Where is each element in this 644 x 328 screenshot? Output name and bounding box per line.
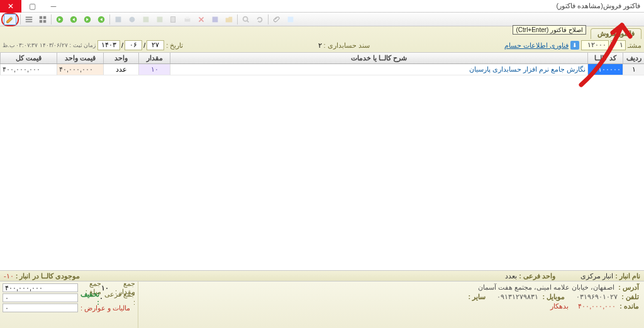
download-icon[interactable]: ⬇: [570, 41, 579, 50]
export-button[interactable]: [284, 14, 297, 25]
tool-d-button[interactable]: [153, 14, 166, 25]
customer-no-input[interactable]: ۱۲۰۰۰: [581, 40, 609, 50]
stock-label: موجودی کالــا در انبار :: [16, 272, 80, 280]
svg-rect-3: [40, 16, 42, 18]
cell-code[interactable]: ۱۰۰۰۰۰: [587, 64, 623, 75]
stock-value: ۱۰-: [4, 272, 14, 280]
cell-name[interactable]: نگارش جامع نرم افزار حسابداری پارسیان: [170, 64, 587, 75]
tool-b-button[interactable]: [126, 14, 138, 25]
tool-a-button[interactable]: [112, 14, 125, 25]
col-qty: مقدار: [138, 53, 170, 63]
svg-rect-5: [40, 19, 42, 22]
subsum-value: ۰: [99, 294, 103, 302]
cell-unit: عدد: [103, 64, 138, 75]
col-name: شرح کالــا یا خدمات: [170, 53, 587, 63]
warehouse-value: انبار مرکزی: [580, 272, 613, 280]
customer-name-link[interactable]: فناوری اطلاعات حسام: [504, 41, 569, 50]
mob-value: ۰۹۱۳۱۲۷۹۸۳۱: [497, 293, 538, 301]
maximize-button[interactable]: ▢: [21, 0, 43, 13]
minimize-button[interactable]: ─: [43, 0, 64, 13]
svg-rect-4: [43, 16, 46, 18]
toolbar: [0, 13, 644, 26]
balance-side: بدهکار: [550, 302, 569, 310]
grid-button[interactable]: [36, 14, 49, 25]
table-body: ۱ ۱۰۰۰۰۰ نگارش جامع نرم افزار حسابداری پ…: [0, 64, 644, 270]
cell-row: ۱: [623, 64, 644, 75]
table-row[interactable]: ۱ ۱۰۰۰۰۰ نگارش جامع نرم افزار حسابداری پ…: [0, 64, 644, 75]
customer-label: مشتـ: [628, 41, 641, 50]
close-button[interactable]: ✕: [0, 0, 21, 13]
totals-panel: جمع مقدار :۱۰جمع مبلغ : جمع فرعی :۰تخفیف…: [0, 282, 138, 328]
sumamt-input[interactable]: [3, 283, 78, 292]
svg-point-19: [243, 16, 248, 21]
balance-label: مانده :: [619, 302, 639, 310]
svg-rect-14: [157, 16, 163, 22]
svg-rect-15: [171, 16, 175, 22]
window-title: فاکتور فروش(مشاهده فاکتور): [64, 2, 644, 10]
discount-input[interactable]: [3, 293, 78, 302]
edit-tooltip: اصلاح فاکتور (Ctrl+Enter): [513, 25, 586, 35]
nav-last-button[interactable]: [53, 14, 66, 25]
nav-next-button[interactable]: [67, 14, 80, 25]
addr-value: اصفهان، خیابان علامه امینی، مجتمع هفت آس…: [478, 283, 614, 292]
edit-invoice-button[interactable]: [4, 14, 16, 25]
subunit-label: واحد فرعی :: [519, 272, 555, 280]
svg-rect-0: [26, 16, 33, 18]
date-year[interactable]: ۱۴۰۳: [97, 40, 120, 50]
cell-total: ۴۰۰,۰۰۰,۰۰۰: [0, 64, 57, 75]
subunit-value: بعدد: [505, 272, 517, 280]
mob-label: موبایل :: [542, 293, 565, 301]
col-code: کد کالــا: [587, 53, 623, 63]
svg-rect-1: [26, 19, 33, 20]
timestamp-label: زمان ثبت :: [70, 42, 96, 48]
date-label: تاریخ :: [166, 41, 183, 50]
svg-rect-18: [213, 16, 218, 22]
table-header: ردیف کد کالــا شرح کالــا یا خدمات مقدار…: [0, 53, 644, 64]
tel-label: تلفن :: [621, 293, 639, 301]
tool-c-button[interactable]: [140, 14, 152, 25]
timestamp-value: ۱۴۰۳/۰۶/۲۷ ۰۳:۰۷:۳۷ ب.ظ: [3, 42, 68, 48]
copy-button[interactable]: [167, 14, 180, 25]
svg-rect-20: [288, 16, 294, 22]
titlebar: ─ ▢ ✕ فاکتور فروش(مشاهده فاکتور): [0, 0, 644, 13]
svg-rect-2: [26, 21, 33, 22]
balance-value: ۴۰۰,۰۰۰,۰۰۰: [578, 302, 616, 310]
attach-button[interactable]: [270, 14, 283, 25]
col-unit: واحد: [103, 53, 138, 63]
refresh-button[interactable]: [253, 14, 266, 25]
footer: نام انبار : انبار مرکزی واحد فرعی : بعدد…: [0, 270, 644, 328]
print-button[interactable]: [181, 14, 194, 25]
date-month[interactable]: ۰۶: [125, 40, 142, 50]
list-button[interactable]: [23, 14, 35, 25]
tax-label: مالیات و عوارض :: [80, 304, 130, 312]
customer-code-input[interactable]: ۱: [611, 40, 626, 50]
open-button[interactable]: [223, 14, 235, 25]
sanad-value: ۲: [318, 41, 322, 50]
delete-button[interactable]: [195, 14, 208, 25]
svg-rect-6: [43, 19, 46, 22]
addr-label: آدرس :: [618, 283, 639, 292]
tax-input[interactable]: [3, 303, 78, 312]
other-label: سایر :: [469, 293, 486, 301]
svg-rect-11: [116, 16, 121, 22]
warehouse-label: نام انبار :: [615, 272, 640, 280]
item-name-link[interactable]: نگارش جامع نرم افزار حسابداری پارسیان: [469, 65, 586, 74]
tel-value: ۰۳۱۹۶۹۰۱۰۲۷: [576, 293, 618, 301]
customer-info: آدرس :اصفهان، خیابان علامه امینی، مجتمع …: [434, 282, 644, 328]
find-button[interactable]: [240, 14, 252, 25]
nav-first-button[interactable]: [95, 14, 108, 25]
svg-rect-17: [186, 16, 189, 19]
col-total: قیمت کل: [0, 53, 57, 63]
col-row: ردیف: [623, 53, 644, 63]
invoice-tab[interactable]: فاکتور فروش: [591, 28, 641, 39]
svg-rect-13: [143, 16, 149, 22]
nav-prev-button[interactable]: [81, 14, 94, 25]
date-day[interactable]: ۲۷: [147, 40, 164, 50]
header-bar: اصلاح فاکتور (Ctrl+Enter) فاکتور فروش مش…: [0, 26, 644, 53]
cell-qty[interactable]: ۱۰: [138, 64, 170, 75]
save-button[interactable]: [209, 14, 221, 25]
svg-point-12: [130, 16, 135, 22]
col-uprice: قیمت واحد: [57, 53, 103, 63]
sanad-label: سند حسابداری :: [324, 41, 370, 50]
cell-uprice[interactable]: ۴۰,۰۰۰,۰۰۰: [57, 64, 103, 75]
